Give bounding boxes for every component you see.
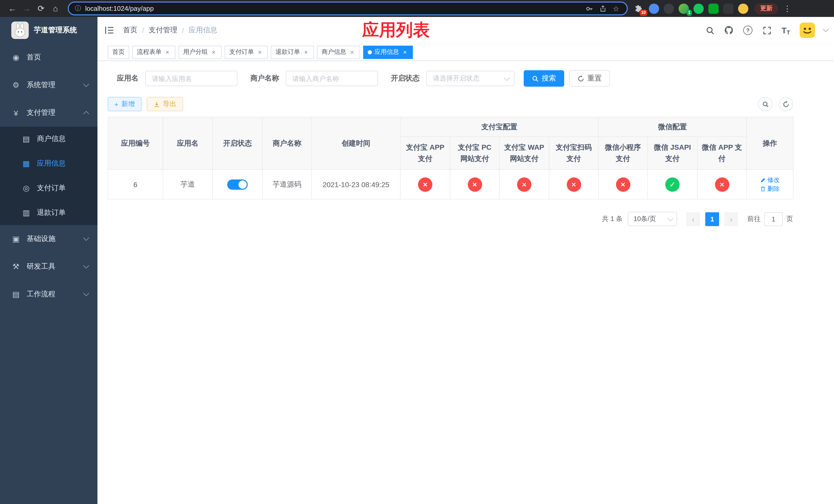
browser-reload-button[interactable]: ⟳ bbox=[34, 1, 48, 16]
search-button[interactable]: 搜索 bbox=[524, 70, 564, 87]
breadcrumb-payment[interactable]: 支付管理 bbox=[149, 26, 177, 35]
sidebar-item-pay-orders[interactable]: ◎ 支付订单 bbox=[0, 176, 97, 201]
tab-label: 用户分组 bbox=[183, 48, 208, 56]
tab-close-icon[interactable]: × bbox=[164, 48, 171, 55]
browser-forward-button[interactable]: → bbox=[20, 1, 34, 16]
breadcrumb-separator: / bbox=[142, 26, 144, 35]
github-icon[interactable] bbox=[724, 25, 734, 36]
tab-home[interactable]: 首页 bbox=[108, 45, 129, 59]
extension-icon[interactable] bbox=[738, 3, 748, 14]
chevron-down-icon bbox=[504, 75, 510, 81]
sidebar-item-infrastructure[interactable]: ▣ 基础设施 bbox=[0, 225, 97, 253]
browser-home-button[interactable]: ⌂ bbox=[48, 1, 63, 16]
status-select-placeholder: 请选择开启状态 bbox=[433, 74, 480, 83]
next-page-button[interactable]: › bbox=[724, 212, 738, 226]
extensions-puzzle-icon[interactable]: 10 bbox=[634, 3, 644, 14]
bookmark-star-icon[interactable]: ☆ bbox=[611, 4, 621, 13]
chevron-up-icon bbox=[83, 111, 89, 117]
tab-merchant-info[interactable]: 商户信息 × bbox=[317, 45, 360, 59]
sidebar-item-app-info[interactable]: ▦ 应用信息 bbox=[0, 151, 97, 176]
toggle-search-button[interactable] bbox=[758, 97, 772, 111]
col-alipay-pc: 支付宝 PC 网站支付 bbox=[450, 137, 499, 169]
tab-pay-orders[interactable]: 支付订单 × bbox=[225, 45, 268, 59]
breadcrumb-separator: / bbox=[182, 26, 184, 35]
sidebar-item-workflow[interactable]: ▤ 工作流程 bbox=[0, 280, 97, 308]
cell-merchant: 芋道源码 bbox=[262, 169, 312, 199]
browser-menu-icon[interactable]: ⋮ bbox=[783, 4, 791, 13]
col-wx-jsapi: 微信 JSAPI 支付 bbox=[648, 137, 697, 169]
enable-toggle[interactable] bbox=[227, 179, 248, 189]
browser-back-button[interactable]: ← bbox=[5, 1, 20, 16]
password-key-icon[interactable] bbox=[585, 5, 594, 12]
breadcrumb-home[interactable]: 首页 bbox=[123, 26, 137, 35]
extension-icon[interactable]: 1 bbox=[679, 3, 689, 14]
sidebar-item-refund-orders[interactable]: ▥ 退款订单 bbox=[0, 201, 97, 225]
tab-close-icon[interactable]: × bbox=[402, 48, 408, 55]
avatar[interactable] bbox=[799, 23, 815, 38]
wx-app-status-icon: × bbox=[715, 177, 729, 191]
breadcrumb-current: 应用信息 bbox=[189, 26, 218, 35]
extension-icon[interactable] bbox=[723, 3, 733, 14]
gear-icon: ⚙ bbox=[11, 81, 21, 90]
font-size-icon[interactable]: TT bbox=[781, 25, 791, 36]
alipay-app-status-icon: × bbox=[418, 177, 432, 191]
sidebar-item-label: 支付订单 bbox=[37, 184, 66, 193]
tab-flow-form[interactable]: 流程表单 × bbox=[132, 45, 175, 59]
search-icon[interactable] bbox=[705, 25, 715, 36]
sidebar-item-dev-tools[interactable]: ⚒ 研发工具 bbox=[0, 253, 97, 280]
help-icon[interactable]: ? bbox=[743, 25, 753, 36]
url-text[interactable]: localhost:1024/pay/app bbox=[85, 5, 580, 12]
add-button[interactable]: + 新增 bbox=[108, 97, 141, 111]
current-page-button[interactable]: 1 bbox=[705, 212, 719, 226]
sidebar-item-merchant-info[interactable]: ▤ 商户信息 bbox=[0, 127, 97, 151]
browser-update-button[interactable]: 更新 bbox=[754, 3, 778, 14]
logo-image bbox=[11, 22, 29, 39]
tab-user-group[interactable]: 用户分组 × bbox=[178, 45, 222, 59]
extension-icon[interactable] bbox=[708, 3, 719, 14]
extension-icon[interactable] bbox=[649, 3, 659, 14]
extension-icon[interactable] bbox=[694, 3, 704, 14]
export-button[interactable]: 导出 bbox=[147, 97, 183, 111]
app-name-input[interactable] bbox=[145, 71, 238, 86]
page-size-select[interactable]: 10条/页 bbox=[628, 212, 677, 226]
sidebar-item-label: 支付管理 bbox=[27, 108, 56, 117]
server-icon: ▣ bbox=[11, 234, 21, 244]
prev-page-button[interactable]: ‹ bbox=[686, 212, 700, 226]
sidebar-item-label: 退款订单 bbox=[37, 208, 66, 217]
address-bar[interactable]: ⓘ localhost:1024/pay/app ☆ bbox=[68, 2, 628, 15]
tab-close-icon[interactable]: × bbox=[349, 48, 355, 55]
tab-close-icon[interactable]: × bbox=[303, 48, 309, 55]
tab-close-icon[interactable]: × bbox=[257, 48, 263, 55]
grid-icon: ▦ bbox=[22, 159, 31, 168]
sidebar-item-home[interactable]: ◉ 首页 bbox=[0, 44, 97, 71]
status-label: 开启状态 bbox=[391, 74, 420, 83]
col-wx-mini: 微信小程序支付 bbox=[598, 137, 648, 169]
goto-page-input[interactable] bbox=[764, 212, 783, 226]
fullscreen-icon[interactable] bbox=[762, 25, 772, 36]
avatar-dropdown-icon[interactable] bbox=[823, 26, 829, 32]
delete-button[interactable]: 删除 bbox=[760, 184, 780, 193]
tab-close-icon[interactable]: × bbox=[210, 48, 217, 55]
col-alipay-app: 支付宝 APP 支付 bbox=[400, 137, 450, 169]
site-info-icon[interactable]: ⓘ bbox=[75, 4, 81, 13]
order-icon: ◎ bbox=[22, 184, 31, 193]
tab-refund-orders[interactable]: 退款订单 × bbox=[271, 45, 314, 59]
share-icon[interactable] bbox=[598, 5, 607, 12]
status-select[interactable]: 请选择开启状态 bbox=[426, 71, 514, 86]
merchant-name-input[interactable] bbox=[286, 71, 378, 86]
edit-button[interactable]: 修改 bbox=[760, 176, 780, 184]
refresh-button[interactable] bbox=[778, 97, 793, 111]
reset-button[interactable]: 重置 bbox=[569, 70, 610, 87]
pagination-total: 共 1 条 bbox=[602, 214, 623, 224]
sidebar-item-payment[interactable]: ¥ 支付管理 bbox=[0, 99, 97, 127]
sidebar-submenu: ▤ 商户信息 ▦ 应用信息 ◎ 支付订单 ▥ 退款订单 bbox=[0, 127, 97, 225]
app-logo[interactable]: 芋道管理系统 bbox=[0, 17, 97, 44]
tools-icon: ⚒ bbox=[11, 262, 21, 271]
tab-app-info[interactable]: 应用信息 × bbox=[363, 45, 413, 59]
sidebar-collapse-button[interactable] bbox=[105, 26, 114, 35]
sidebar-item-label: 首页 bbox=[27, 53, 41, 62]
sidebar-item-system[interactable]: ⚙ 系统管理 bbox=[0, 71, 97, 99]
app-title: 芋道管理系统 bbox=[34, 26, 77, 35]
extension-icon[interactable] bbox=[664, 3, 674, 14]
cell-app-id: 6 bbox=[108, 169, 163, 199]
